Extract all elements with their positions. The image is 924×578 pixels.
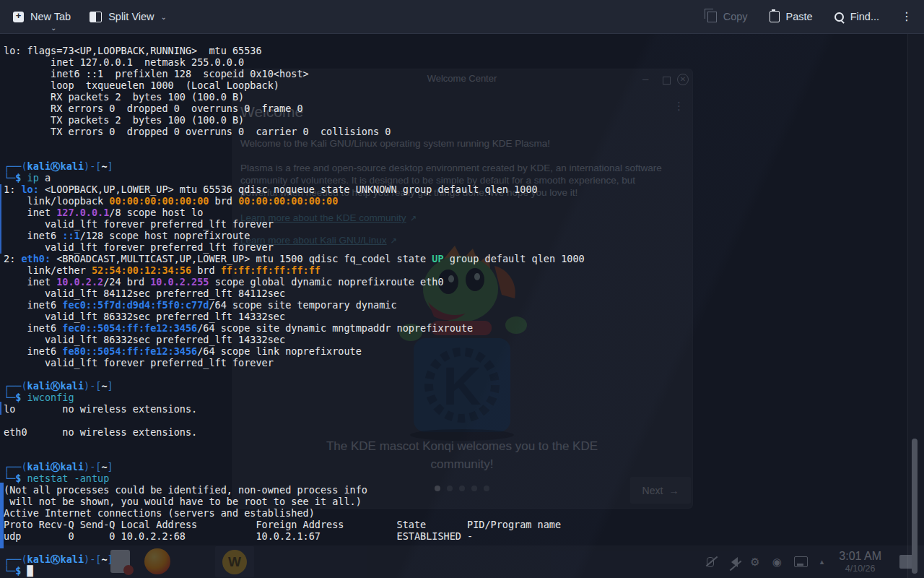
tray-expand-icon[interactable]: ▴ [820,557,824,566]
terminal-line: ┌──(kaliⓀkali)-[~] [4,160,585,172]
terminal-line: valid_lft forever preferred_lft forever [4,241,585,253]
terminal-line: TX packets 2 bytes 100 (100.0 B) [4,114,585,126]
terminal-line: udp 0 0 10.0.2.2:68 10.0.2.1:67 ESTABLIS… [4,530,585,542]
terminal-line: lo: flags=73<UP,LOOPBACK,RUNNING> mtu 65… [4,45,585,56]
terminal-line [4,368,585,380]
terminal-line: └─$ █ [4,565,585,577]
terminal-line: Active Internet connections (servers and… [4,507,585,519]
terminal-line: lo no wireless extensions. [4,403,585,415]
terminal-line: eth0 no wireless extensions. [4,426,585,438]
terminal-line: TX errors 0 dropped 0 overruns 0 carrier… [4,126,585,137]
overflow-menu-icon[interactable]: ⋮ [901,11,912,22]
copy-button[interactable]: Copy [705,11,748,22]
terminal-line: valid_lft 84112sec preferred_lft 84112se… [4,288,585,299]
output-marker [0,184,1,254]
split-view-label: Split View [108,11,154,22]
volume-muted-icon[interactable] [726,557,738,567]
terminal-line: inet6 ::1/128 scope host noprefixroute [4,230,585,241]
find-label: Find... [850,11,879,22]
terminal-line: RX packets 2 bytes 100 (100.0 B) [4,91,585,103]
terminal-line: inet 10.0.2.2/24 brd 10.0.2.255 scope gl… [4,276,585,288]
scrollbar-track[interactable] [907,34,924,578]
terminal-line: inet6 fec0::5f7d:d9d4:f5f0:c77d/64 scope… [4,299,585,311]
output-marker [0,402,1,415]
split-view-icon [90,12,102,22]
terminal-line: └─$ ip a [4,172,585,184]
terminal-line: valid_lft 86332sec preferred_lft 14332se… [4,334,585,345]
terminal-toolbar: New Tab ⌄ Split View ⌄ Copy Paste Find..… [0,0,924,34]
network-icon[interactable] [794,556,808,567]
terminal-line: 2: eth0: <BROADCAST,MULTICAST,UP,LOWER_U… [4,253,585,264]
terminal-line [4,438,585,449]
terminal-line: inet6 ::1 prefixlen 128 scopeid 0x10<hos… [4,68,585,79]
terminal-line: ┌──(kaliⓀkali)-[~] [4,553,585,565]
window-minimize-icon[interactable]: – [642,72,648,85]
paste-icon [770,11,780,22]
scrollbar-thumb[interactable] [912,439,918,574]
terminal-line: ┌──(kaliⓀkali)-[~] [4,380,585,392]
new-tab-icon [13,12,24,22]
new-tab-label: New Tab [30,11,71,22]
find-button[interactable]: Find... [834,11,879,22]
terminal-line: valid_lft 86332sec preferred_lft 14332se… [4,311,585,322]
terminal-line: (Not all processes could be identified, … [4,484,585,496]
terminal-line: └─$ iwconfig [4,392,585,403]
terminal-line: 1: lo: <LOOPBACK,UP,LOWER_UP> mtu 65536 … [4,184,585,195]
chevron-down-icon[interactable]: ⌄ [161,13,167,21]
clock-time: 3:01 AM [839,550,881,563]
welcome-menu-icon[interactable]: ⋮ [674,100,684,113]
terminal-line: ┌──(kaliⓀkali)-[~] [4,461,585,473]
window-close-icon[interactable]: ✕ [677,74,689,85]
clock[interactable]: 3:01 AM 4/10/26 [839,550,881,574]
terminal-line: loop txqueuelen 1000 (Local Loopback) [4,79,585,91]
clock-date: 4/10/26 [839,564,881,574]
terminal-line: RX errors 0 dropped 0 overruns 0 frame 0 [4,103,585,114]
window-maximize-icon[interactable] [663,77,671,85]
terminal-line: inet 127.0.0.1 netmask 255.0.0.0 [4,56,585,68]
copy-label: Copy [723,11,748,22]
terminal-output[interactable]: lo: flags=73<UP,LOOPBACK,RUNNING> mtu 65… [4,45,585,577]
terminal-line [4,149,585,160]
terminal-line [4,449,585,461]
terminal-line: link/ether 52:54:00:12:34:56 brd ff:ff:f… [4,264,585,276]
find-icon [834,12,844,22]
terminal-line: valid_lft forever preferred_lft forever [4,357,585,368]
terminal-line: inet6 fe80::5054:ff:fe12:3456/64 scope l… [4,345,585,357]
new-tab-button[interactable]: New Tab ⌄ [13,11,71,22]
terminal-line: will not be shown, you would have to be … [4,496,585,507]
terminal-line [4,542,585,553]
settings-icon[interactable]: ⚙ [750,556,759,569]
terminal-line: valid_lft forever preferred_lft forever [4,218,585,230]
chevron-down-icon[interactable]: ⌄ [51,24,56,32]
terminal-line [4,415,585,426]
next-arrow-icon: → [668,485,679,496]
paste-button[interactable]: Paste [770,11,813,22]
system-tray: ⚙ ◉ ▴ 3:01 AM 4/10/26 [707,545,924,578]
split-view-button[interactable]: Split View ⌄ [90,11,167,22]
terminal-line: Proto Recv-Q Send-Q Local Address Foreig… [4,519,585,530]
next-button[interactable]: Next → [630,477,691,504]
terminal-line: link/loopback 00:00:00:00:00:00 brd 00:0… [4,195,585,207]
paste-label: Paste [786,11,813,22]
terminal-line: inet6 fec0::5054:ff:fe12:3456/64 scope s… [4,322,585,334]
terminal-line [4,137,585,149]
disc-icon[interactable]: ◉ [772,556,782,569]
microphone-muted-icon[interactable] [707,557,714,567]
output-marker [0,483,4,548]
terminal-line: └─$ netstat -antup [4,473,585,484]
terminal-line: inet 127.0.0.1/8 scope host lo [4,207,585,218]
copy-icon [707,12,717,22]
